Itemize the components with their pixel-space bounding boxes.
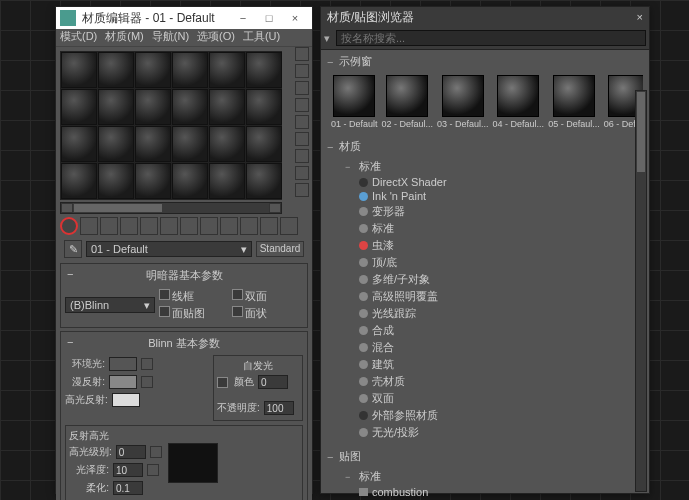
material-item[interactable]: 顶/底 [331,254,639,271]
material-item[interactable]: 建筑 [331,356,639,373]
material-item[interactable]: 无光/投影 [331,424,639,441]
assign-button[interactable] [100,217,118,235]
self-illum-checkbox[interactable] [217,377,228,388]
tool-video-check[interactable] [295,115,309,129]
sample-slot[interactable] [209,52,245,88]
self-illum-spinner[interactable]: 0 [258,375,288,389]
thumb-item[interactable]: 05 - Defaul... [548,75,600,129]
material-item[interactable]: 高级照明覆盖 [331,288,639,305]
browser-close-button[interactable]: × [637,11,643,23]
thumb-item[interactable]: 03 - Defaul... [437,75,489,129]
get-material-button[interactable] [60,217,78,235]
sample-slot[interactable] [61,163,97,199]
sample-slot[interactable] [246,89,282,125]
minimize-button[interactable]: − [230,9,256,27]
material-item[interactable]: DirectX Shader [331,175,639,189]
browser-titlebar[interactable]: 材质/贴图浏览器 × [321,7,649,27]
menu-tools[interactable]: 工具(U) [243,29,280,46]
maps-standard-group[interactable]: −标准 [331,468,639,485]
tool-select[interactable] [295,166,309,180]
material-item[interactable]: 光线跟踪 [331,305,639,322]
thumb-item[interactable]: 02 - Defaul... [382,75,434,129]
sample-slot[interactable] [61,52,97,88]
material-item[interactable]: 双面 [331,390,639,407]
panel-title[interactable]: Blinn 基本参数 [65,336,303,351]
go-sibling-button[interactable] [280,217,298,235]
sample-slot[interactable] [98,52,134,88]
tool-sample-type[interactable] [295,47,309,61]
sample-slot[interactable] [98,126,134,162]
material-type-button[interactable]: Standard [256,241,304,257]
sample-slot[interactable] [135,52,171,88]
specular-swatch[interactable] [112,393,140,407]
ambient-lock[interactable] [141,358,153,370]
material-item[interactable]: 多维/子对象 [331,271,639,288]
go-parent-button[interactable] [260,217,278,235]
materials-header[interactable]: 材质 [327,137,643,156]
sample-slot[interactable] [135,163,171,199]
menu-options[interactable]: 选项(O) [197,29,235,46]
sample-slot[interactable] [172,163,208,199]
2sided-checkbox[interactable] [232,289,243,300]
menu-material[interactable]: 材质(M) [105,29,144,46]
sample-slot[interactable] [209,89,245,125]
sample-slot[interactable] [135,89,171,125]
material-item[interactable]: 合成 [331,322,639,339]
soften-spinner[interactable]: 0.1 [113,481,143,495]
wireframe-checkbox[interactable] [159,289,170,300]
ambient-swatch[interactable] [109,357,137,371]
map-item[interactable]: combustion [331,485,639,496]
menu-nav[interactable]: 导航(N) [152,29,189,46]
material-name-dropdown[interactable]: 01 - Default▾ [86,241,252,257]
spec-level-map[interactable] [150,446,162,458]
thumb-item[interactable]: 01 - Default [331,75,378,129]
material-item[interactable]: 外部参照材质 [331,407,639,424]
material-item[interactable]: 壳材质 [331,373,639,390]
maximize-button[interactable]: □ [256,9,282,27]
make-unique-button[interactable] [160,217,178,235]
reset-button[interactable] [120,217,138,235]
panel-title[interactable]: 明暗器基本参数 [65,268,303,283]
browser-scrollbar[interactable] [635,90,647,492]
tool-backlight[interactable] [295,64,309,78]
close-button[interactable]: × [282,9,308,27]
sample-slot[interactable] [98,89,134,125]
material-item[interactable]: Ink 'n Paint [331,189,639,203]
sample-slot[interactable] [172,89,208,125]
sample-slot[interactable] [61,126,97,162]
shader-dropdown[interactable]: (B)Blinn▾ [65,297,155,313]
tool-preview[interactable] [295,132,309,146]
tool-options[interactable] [295,149,309,163]
sample-slot[interactable] [209,126,245,162]
tool-uv-tiling[interactable] [295,98,309,112]
search-options-icon[interactable]: ▾ [324,32,336,45]
material-item[interactable]: 混合 [331,339,639,356]
material-item[interactable]: 虫漆 [331,237,639,254]
search-input[interactable] [336,30,646,46]
slot-scrollbar[interactable] [60,202,282,214]
gloss-map[interactable] [147,464,159,476]
sample-slot[interactable] [246,163,282,199]
sample-slot[interactable] [172,52,208,88]
put-library-button[interactable] [180,217,198,235]
editor-titlebar[interactable]: 材质编辑器 - 01 - Default − □ × [56,7,312,29]
sample-slot[interactable] [209,163,245,199]
tool-background[interactable] [295,81,309,95]
spec-level-spinner[interactable]: 0 [116,445,146,459]
menu-mode[interactable]: 模式(D) [60,29,97,46]
samples-header[interactable]: 示例窗 [327,52,643,71]
maps-header[interactable]: 贴图 [327,447,643,466]
standard-group[interactable]: −标准 [331,158,639,175]
gloss-spinner[interactable]: 10 [113,463,143,477]
sample-slot[interactable] [246,126,282,162]
opacity-spinner[interactable]: 100 [264,401,294,415]
pick-material-button[interactable]: ✎ [64,240,82,258]
tool-material-id[interactable] [295,183,309,197]
sample-slot[interactable] [98,163,134,199]
material-id-button[interactable] [200,217,218,235]
sample-slot[interactable] [135,126,171,162]
diffuse-map[interactable] [141,376,153,388]
copy-button[interactable] [140,217,158,235]
thumb-item[interactable]: 04 - Defaul... [493,75,545,129]
show-end-button[interactable] [240,217,258,235]
